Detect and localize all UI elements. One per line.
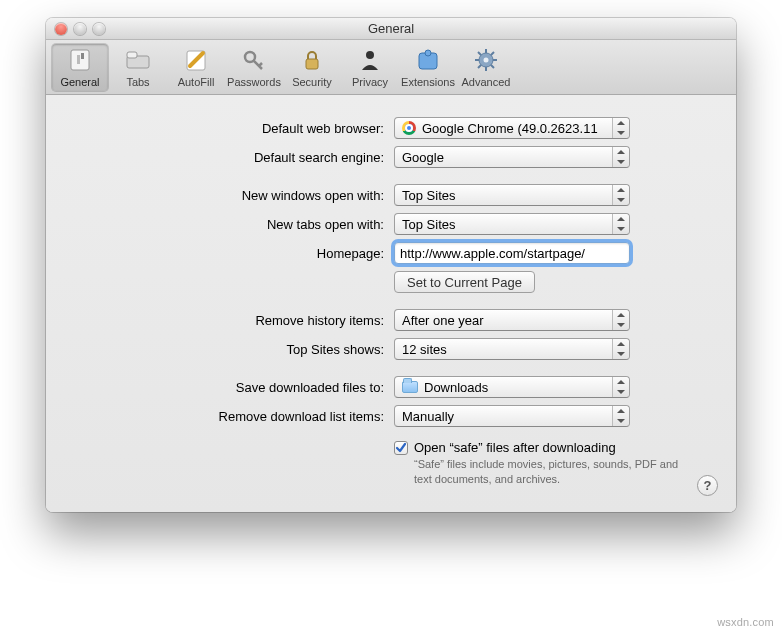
toolbar: General Tabs AutoFill Passwords Security: [46, 40, 736, 95]
select-value: Manually: [402, 409, 454, 424]
tab-label: General: [60, 76, 99, 88]
homepage-input[interactable]: [394, 242, 630, 264]
window-controls: [46, 23, 105, 35]
svg-rect-2: [81, 53, 84, 59]
tab-autofill[interactable]: AutoFill: [168, 44, 224, 91]
remove-history-label: Remove history items:: [46, 313, 394, 328]
person-icon: [355, 46, 385, 74]
tab-label: AutoFill: [178, 76, 215, 88]
svg-rect-4: [127, 52, 137, 58]
select-value: Google: [402, 150, 444, 165]
pencil-icon: [181, 46, 211, 74]
tab-label: Advanced: [462, 76, 511, 88]
general-form: Default web browser: Google Chrome (49.0…: [46, 95, 736, 512]
tab-passwords[interactable]: Passwords: [226, 44, 282, 91]
tab-privacy[interactable]: Privacy: [342, 44, 398, 91]
default-browser-select[interactable]: Google Chrome (49.0.2623.11: [394, 117, 630, 139]
stepper-icon: [612, 310, 629, 330]
tab-extensions[interactable]: Extensions: [400, 44, 456, 91]
svg-rect-1: [77, 55, 80, 64]
chrome-icon: [402, 121, 416, 135]
tab-security[interactable]: Security: [284, 44, 340, 91]
zoom-window-button[interactable]: [93, 23, 105, 35]
remove-history-select[interactable]: After one year: [394, 309, 630, 331]
lock-icon: [297, 46, 327, 74]
close-window-button[interactable]: [55, 23, 67, 35]
titlebar: General: [46, 18, 736, 40]
svg-rect-7: [306, 59, 318, 69]
open-safe-hint: “Safe” files include movies, pictures, s…: [414, 457, 684, 487]
remove-dl-select[interactable]: Manually: [394, 405, 630, 427]
svg-line-20: [478, 65, 481, 68]
stepper-icon: [612, 406, 629, 426]
tabs-icon: [123, 46, 153, 74]
preferences-window: General General Tabs AutoFill Passwords: [46, 18, 736, 512]
stepper-icon: [612, 377, 629, 397]
set-current-page-button[interactable]: Set to Current Page: [394, 271, 535, 293]
watermark: wsxdn.com: [717, 616, 774, 628]
select-value: Google Chrome (49.0.2623.11: [422, 121, 598, 136]
tab-label: Security: [292, 76, 332, 88]
stepper-icon: [612, 339, 629, 359]
tab-advanced[interactable]: Advanced: [458, 44, 514, 91]
stepper-icon: [612, 214, 629, 234]
key-icon: [239, 46, 269, 74]
svg-point-12: [484, 58, 489, 63]
gear-icon: [471, 46, 501, 74]
help-button[interactable]: ?: [697, 475, 718, 496]
select-value: Top Sites: [402, 188, 455, 203]
tab-tabs[interactable]: Tabs: [110, 44, 166, 91]
select-value: 12 sites: [402, 342, 447, 357]
default-search-select[interactable]: Google: [394, 146, 630, 168]
switch-icon: [65, 46, 95, 74]
svg-point-10: [425, 50, 431, 56]
open-safe-checkbox[interactable]: [394, 441, 408, 455]
stepper-icon: [612, 185, 629, 205]
select-value: After one year: [402, 313, 484, 328]
save-to-select[interactable]: Downloads: [394, 376, 630, 398]
puzzle-icon: [413, 46, 443, 74]
svg-line-17: [478, 52, 481, 55]
stepper-icon: [612, 147, 629, 167]
folder-icon: [402, 381, 418, 393]
tab-general[interactable]: General: [52, 44, 108, 91]
top-sites-select[interactable]: 12 sites: [394, 338, 630, 360]
window-title: General: [46, 21, 736, 36]
tab-label: Passwords: [227, 76, 281, 88]
svg-line-18: [491, 65, 494, 68]
tab-label: Privacy: [352, 76, 388, 88]
minimize-window-button[interactable]: [74, 23, 86, 35]
new-tabs-label: New tabs open with:: [46, 217, 394, 232]
new-tabs-select[interactable]: Top Sites: [394, 213, 630, 235]
tab-label: Extensions: [401, 76, 455, 88]
tab-label: Tabs: [126, 76, 149, 88]
homepage-label: Homepage:: [46, 246, 394, 261]
select-value: Downloads: [424, 380, 488, 395]
new-windows-label: New windows open with:: [46, 188, 394, 203]
default-browser-label: Default web browser:: [46, 121, 394, 136]
top-sites-label: Top Sites shows:: [46, 342, 394, 357]
remove-dl-label: Remove download list items:: [46, 409, 394, 424]
stepper-icon: [612, 118, 629, 138]
save-to-label: Save downloaded files to:: [46, 380, 394, 395]
open-safe-label: Open “safe” files after downloading: [414, 440, 684, 455]
select-value: Top Sites: [402, 217, 455, 232]
default-search-label: Default search engine:: [46, 150, 394, 165]
new-windows-select[interactable]: Top Sites: [394, 184, 630, 206]
svg-point-8: [366, 51, 374, 59]
svg-line-19: [491, 52, 494, 55]
